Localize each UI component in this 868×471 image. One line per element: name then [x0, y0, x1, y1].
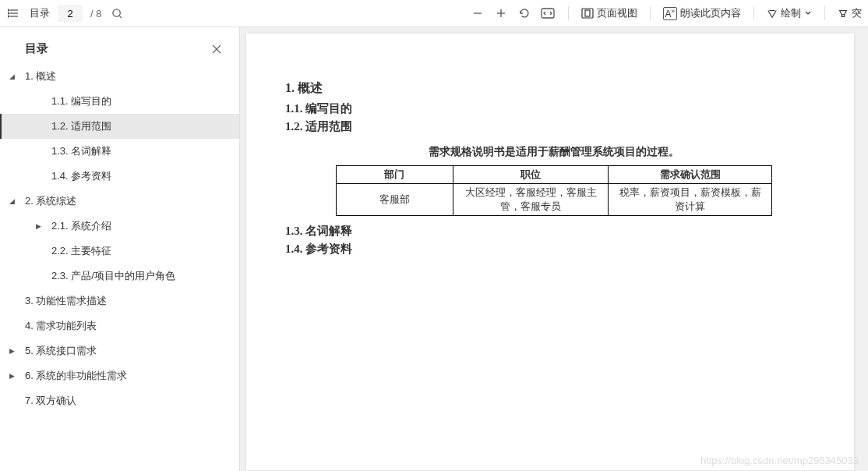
toc-toggle-icon[interactable] — [6, 5, 22, 21]
toc-item-label: 6. 系统的非功能性需求 — [25, 369, 127, 383]
toc-item-label: 1.1. 编写目的 — [51, 94, 111, 108]
toc-item-label: 2.2. 主要特征 — [51, 244, 111, 258]
draw-button[interactable]: 绘制 — [767, 6, 812, 20]
toc-item-label: 3. 功能性需求描述 — [25, 294, 107, 308]
page-view-label: 页面视图 — [597, 6, 637, 20]
main: 目录 ◢1. 概述◢1.1. 编写目的◢1.2. 适用范围◢1.3. 名词解释◢… — [0, 27, 868, 471]
toc-item-label: 1.4. 参考资料 — [51, 169, 111, 183]
svg-line-7 — [119, 16, 122, 18]
toc-item-label: 2.3. 产品/项目中的用户角色 — [51, 269, 175, 283]
toolbar-right: 页面视图 A» 朗读此页内容 绘制 突 — [470, 5, 862, 21]
page-number-input[interactable] — [58, 5, 83, 22]
chevron-right-icon[interactable]: ▶ — [9, 347, 20, 355]
doc-heading-1-3: 1.3. 名词解释 — [285, 224, 823, 239]
table-header: 部门 — [337, 166, 453, 184]
toc-item-label: 5. 系统接口需求 — [25, 344, 97, 358]
document-page: 1. 概述 1.1. 编写目的 1.2. 适用范围 需求规格说明书是适用于薪酬管… — [246, 34, 854, 470]
table-cell: 大区经理，客服经理，客服主管，客服专员 — [453, 184, 609, 216]
toc-item[interactable]: ◢1. 概述 — [0, 64, 239, 89]
svg-rect-13 — [585, 10, 590, 16]
toc-item[interactable]: ▶6. 系统的非功能性需求 — [0, 363, 239, 388]
toc-item[interactable]: ◢2. 系统综述 — [0, 189, 239, 214]
search-icon[interactable] — [109, 5, 125, 21]
zoom-out-icon[interactable] — [470, 5, 485, 21]
rotate-icon[interactable] — [517, 5, 532, 21]
table-cell: 客服部 — [337, 184, 453, 216]
table-header-row: 部门 职位 需求确认范围 — [337, 166, 772, 184]
toc-item[interactable]: ◢2.3. 产品/项目中的用户角色 — [0, 264, 239, 289]
toc-item[interactable]: ◢1.2. 适用范围 — [0, 114, 239, 139]
close-icon[interactable] — [211, 44, 222, 55]
chevron-down-icon[interactable]: ◢ — [9, 197, 20, 205]
doc-table: 部门 职位 需求确认范围 客服部 大区经理，客服经理，客服主管，客服专员 税率，… — [336, 165, 772, 216]
doc-center-text: 需求规格说明书是适用于薪酬管理系统项目的过程。 — [285, 145, 823, 159]
zoom-in-icon[interactable] — [493, 5, 509, 21]
read-aloud-label: 朗读此页内容 — [680, 6, 741, 20]
sidebar-header: 目录 — [0, 27, 239, 64]
toc-item-label: 2. 系统综述 — [25, 194, 76, 208]
toc-item[interactable]: ◢1.3. 名词解释 — [0, 139, 239, 164]
toc-item[interactable]: ◢7. 双方确认 — [0, 388, 239, 413]
toc-item-label: 2.1. 系统介绍 — [51, 219, 111, 233]
separator — [824, 6, 825, 20]
svg-point-6 — [113, 9, 120, 16]
fit-page-icon[interactable] — [540, 5, 556, 21]
toc-item[interactable]: ◢1.1. 编写目的 — [0, 89, 239, 114]
table-header: 职位 — [453, 166, 609, 184]
toc-item[interactable]: ◢3. 功能性需求描述 — [0, 289, 239, 313]
page-total: / 8 — [90, 8, 101, 19]
separator — [753, 6, 754, 20]
toc-item-label: 7. 双方确认 — [25, 394, 76, 408]
table-header: 需求确认范围 — [609, 166, 772, 184]
separator — [568, 6, 569, 20]
sidebar: 目录 ◢1. 概述◢1.1. 编写目的◢1.2. 适用范围◢1.3. 名词解释◢… — [0, 27, 240, 471]
toc-item[interactable]: ◢4. 需求功能列表 — [0, 313, 239, 338]
toc-item-label: 4. 需求功能列表 — [25, 319, 97, 333]
table-row: 客服部 大区经理，客服经理，客服主管，客服专员 税率，薪资项目，薪资模板，薪资计… — [337, 184, 772, 216]
toc-item-label: 1.3. 名词解释 — [51, 144, 111, 158]
draw-label: 绘制 — [781, 6, 801, 20]
doc-heading-1-1: 1.1. 编写目的 — [285, 101, 823, 116]
toolbar-left: 目录 / 8 — [6, 5, 125, 22]
highlight-label: 突 — [852, 6, 862, 20]
read-aloud-button[interactable]: A» 朗读此页内容 — [663, 6, 741, 20]
toc-label: 目录 — [30, 6, 50, 20]
doc-heading-1-2: 1.2. 适用范围 — [285, 119, 823, 134]
document-viewer[interactable]: 1. 概述 1.1. 编写目的 1.2. 适用范围 需求规格说明书是适用于薪酬管… — [240, 27, 868, 471]
toc-item[interactable]: ◢1.4. 参考资料 — [0, 164, 239, 189]
toc-item-label: 1.2. 适用范围 — [51, 119, 111, 133]
toc-item[interactable]: ▶5. 系统接口需求 — [0, 338, 239, 363]
toolbar: 目录 / 8 页面视图 A» 朗读此页内容 — [0, 0, 868, 27]
toc-item[interactable]: ▶2.1. 系统介绍 — [0, 214, 239, 239]
sidebar-title: 目录 — [25, 41, 48, 56]
toc-item-label: 1. 概述 — [25, 69, 56, 83]
toc-item[interactable]: ◢2.2. 主要特征 — [0, 239, 239, 264]
doc-heading-1: 1. 概述 — [285, 80, 823, 97]
svg-point-3 — [8, 9, 9, 11]
table-cell: 税率，薪资项目，薪资模板，薪资计算 — [609, 184, 772, 216]
separator — [650, 6, 651, 20]
highlight-button[interactable]: 突 — [838, 6, 862, 20]
chevron-down-icon[interactable]: ◢ — [9, 73, 20, 80]
chevron-right-icon[interactable]: ▶ — [36, 222, 47, 230]
doc-heading-1-4: 1.4. 参考资料 — [285, 242, 823, 257]
svg-point-5 — [8, 16, 9, 17]
toc-list: ◢1. 概述◢1.1. 编写目的◢1.2. 适用范围◢1.3. 名词解释◢1.4… — [0, 64, 239, 429]
svg-point-4 — [8, 12, 9, 14]
page-view-button[interactable]: 页面视图 — [581, 6, 637, 20]
chevron-right-icon[interactable]: ▶ — [9, 372, 20, 380]
